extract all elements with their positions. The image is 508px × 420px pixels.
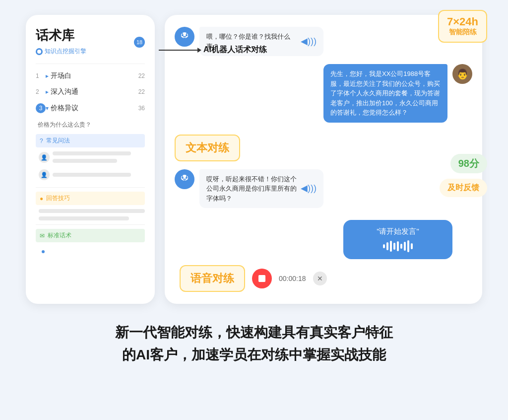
menu-num-3: 3 [36, 103, 46, 113]
menu-item-2[interactable]: 2 ▸ 深入沟通 22 [36, 84, 145, 100]
user-avatar-chat: 👨 [452, 64, 472, 84]
message-row-2: 👨 先生，您好，我是XX公司1988号客服，最近您关注了我们的公众号，购买了字体… [175, 64, 472, 123]
phone-title: 话术库 [36, 27, 145, 44]
svg-point-4 [182, 34, 184, 36]
placeholder-line [53, 173, 131, 177]
bottom-text: 新一代智能对练，快速构建具有真实客户特征 的AI客户，加速学员在对练中掌握实战技… [115, 322, 393, 366]
standard-icon: ✉ [40, 232, 45, 239]
voice-controls: 语音对练 00:00:18 ✕ [175, 265, 472, 292]
arrow-connector: AI机器人话术对练 [159, 45, 267, 55]
menu-arrow-1: ▸ [46, 72, 49, 79]
phone-subtitle: 知识点挖掘引擎 [36, 47, 145, 56]
bot-avatar-1 [175, 27, 194, 47]
arrow-line [159, 50, 198, 51]
badge-247-line2: 智能陪练 [447, 28, 478, 37]
sound-icon-1: ◀))) [301, 35, 317, 48]
svg-point-11 [182, 177, 184, 179]
sound-icon-3: ◀))) [301, 182, 317, 195]
svg-rect-7 [184, 38, 186, 40]
wave-bar [390, 241, 392, 252]
knowledge-icon [36, 48, 43, 55]
stop-icon [258, 275, 265, 282]
bubble-content-3: 哎呀，听起来很不错！你们这个公司永久商用是你们库里所有的字体吗？ ◀))) [206, 174, 317, 204]
menu-item-1[interactable]: 1 ▸ 开场白 22 [36, 68, 145, 84]
section-standard[interactable]: ✉ 标准话术 [36, 229, 145, 242]
chat-messages: 喂，哪位？你是谁？找我什么事？ ◀))) 👨 先生，您好，我是XX公司1988号… [175, 27, 472, 292]
badge-feedback: 及时反馈 [440, 179, 487, 197]
svg-rect-13 [183, 179, 186, 180]
close-button[interactable]: ✕ [313, 272, 327, 285]
timer-display: 00:00:18 [279, 275, 306, 282]
sub-question: 价格为什么这么贵？ [36, 121, 145, 129]
wave-bar [386, 242, 388, 250]
voice-waveform [353, 240, 443, 252]
bottom-line-2: 的AI客户，加速学员在对练中掌握实战技能 [115, 344, 393, 366]
knowledge-count-badge: 18 [134, 37, 145, 48]
dot-bullet [42, 250, 45, 253]
voice-section: "请开始发言" 语音对练 [175, 220, 472, 292]
voice-drill-label[interactable]: 语音对练 [180, 265, 245, 292]
faq-icon: ? [40, 138, 43, 144]
menu-num-1: 1 [36, 72, 46, 79]
wave-bar [393, 243, 395, 250]
wave-bar [411, 243, 413, 249]
svg-point-0 [37, 50, 41, 54]
menu-label-3: 价格异议 [51, 104, 138, 113]
menu-num-2: 2 [36, 88, 46, 95]
svg-point-12 [186, 177, 188, 179]
bottom-line-1: 新一代智能对练，快速构建具有真实客户特征 [115, 322, 393, 344]
placeholder-line [53, 151, 131, 155]
placeholder-line [39, 216, 129, 220]
voice-input-bubble: "请开始发言" [343, 220, 452, 259]
menu-badge-2: 22 [138, 88, 145, 95]
message-bubble-2: 先生，您好，我是XX公司1988号客服，最近您关注了我们的公众号，购买了字体个人… [323, 64, 447, 123]
record-stop-button[interactable] [252, 269, 272, 288]
message-row-3: 哎呀，听起来很不错！你们这个公司永久商用是你们库里所有的字体吗？ ◀))) [175, 169, 472, 209]
bot-avatar-2 [175, 169, 194, 189]
arrow-label: AI机器人话术对练 [203, 45, 267, 55]
placeholder-line [39, 209, 145, 213]
svg-point-5 [186, 34, 188, 36]
svg-rect-14 [184, 180, 186, 182]
menu-label-1: 开场白 [51, 71, 138, 80]
wave-bar [383, 244, 385, 248]
wave-bar [407, 240, 409, 252]
voice-input-text: "请开始发言" [353, 227, 443, 236]
message-bubble-3: 哎呀，听起来很不错！你们这个公司永久商用是你们库里所有的字体吗？ ◀))) [199, 169, 323, 209]
wave-bar [400, 244, 402, 249]
wave-bar [397, 241, 399, 251]
wave-bar [404, 242, 406, 251]
tips-icon: ● [40, 195, 43, 202]
user-icon-1: 👤 [39, 152, 50, 163]
menu-arrow-3: ▾ [46, 105, 49, 112]
main-container: 话术库 知识点挖掘引擎 18 1 ▸ 开场白 22 2 ▸ 深入沟通 22 3 … [26, 15, 482, 304]
phone-panel: 话术库 知识点挖掘引擎 18 1 ▸ 开场白 22 2 ▸ 深入沟通 22 3 … [26, 15, 155, 304]
chat-panel: 7×24h 智能陪练 98分 及时反馈 [165, 15, 482, 304]
menu-label-2: 深入沟通 [51, 87, 138, 96]
user-icon-2: 👤 [39, 169, 50, 180]
badge-247-line1: 7×24h [447, 16, 478, 28]
placeholder-line [53, 159, 117, 163]
menu-badge-3: 36 [138, 105, 145, 112]
badge-247: 7×24h 智能陪练 [438, 10, 487, 43]
menu-arrow-2: ▸ [46, 88, 49, 95]
section-faq[interactable]: ? 常见问法 [36, 134, 145, 147]
section-tips[interactable]: ● 回答技巧 [36, 192, 145, 205]
text-drill-badge[interactable]: 文本对练 [175, 135, 240, 161]
menu-badge-1: 22 [138, 72, 145, 79]
badge-score: 98分 [450, 154, 487, 173]
svg-rect-6 [183, 36, 186, 37]
menu-item-3[interactable]: 3 ▾ 价格异议 36 [36, 100, 145, 117]
